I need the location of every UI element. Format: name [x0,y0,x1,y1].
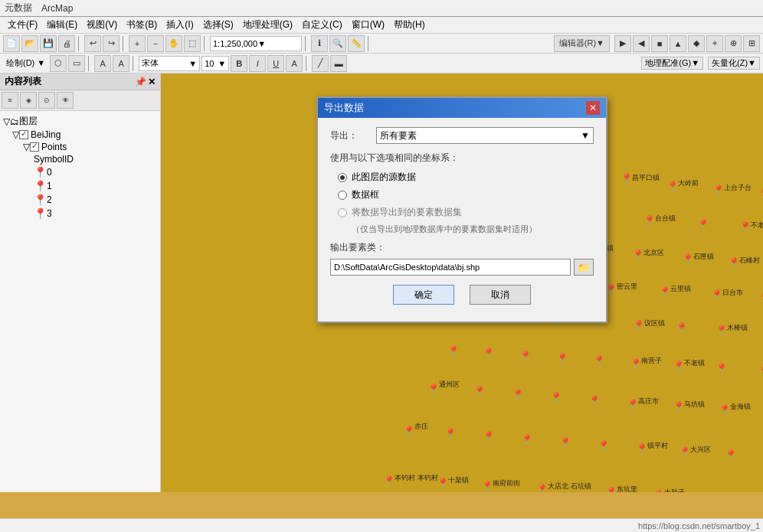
pan-btn[interactable]: ✋ [165,35,182,52]
export-row: 导出： 所有要素 ▼ [330,127,594,144]
draw-label: 绘制(D) ▼ [3,57,48,69]
bold-btn[interactable]: B [231,55,247,72]
line-color-btn[interactable]: ╱ [312,55,329,72]
new-btn[interactable]: 📄 [3,35,20,52]
toc-select-btn[interactable]: ◈ [20,92,37,109]
place-label: 议区镇 [644,318,665,328]
titlebar: 元数据 ArcMap [0,0,763,17]
draw-btn2[interactable]: ▭ [68,55,85,72]
vectorize-btn[interactable]: 矢量化(Z)▼ [708,57,760,70]
menu-item-v[interactable]: 视图(V) [82,17,122,33]
place-label: 南府前街 [493,478,520,488]
tb-extra7[interactable]: ⊕ [725,35,742,52]
map-pin: 📍 [512,389,524,400]
scale-box[interactable]: 1:1,250,000 ▼ [210,36,302,51]
place-label: 不老屯镇 [751,220,763,230]
undo-btn[interactable]: ↩ [84,35,101,52]
zoom-out-btn[interactable]: − [147,35,164,52]
coord-section-title: 使用与以下选项相同的坐标系： [330,152,594,165]
measure-btn[interactable]: 📏 [348,35,365,52]
output-path-input[interactable] [330,259,571,276]
place-label: 通州区 [439,380,460,390]
radio1-row[interactable]: 此图层的源数据 [330,171,594,184]
tb-extra6[interactable]: ⌖ [706,35,723,52]
menu-item-s[interactable]: 选择(S) [198,17,238,33]
toc-points[interactable]: ▽ Points [2,141,159,153]
sep7 [133,56,136,71]
font-selector[interactable]: 宋体 ▼ [139,56,200,71]
fill-color-btn[interactable]: ▬ [330,55,347,72]
pin-icon-3: 📍 [34,207,47,220]
menu-item-c[interactable]: 自定义(C) [297,17,347,33]
place-label: 不老镇 [684,358,705,368]
save-btn[interactable]: 💾 [40,35,57,52]
editor-btn[interactable]: 编辑器(R)▼ [554,35,610,52]
radio1-circle[interactable] [338,173,347,182]
dialog-buttons: 确定 取消 [330,276,594,312]
identify-btn[interactable]: ℹ [311,35,328,52]
redo-btn[interactable]: ↪ [103,35,120,52]
folder-browse-button[interactable]: 📁 [574,259,594,276]
font-color-btn2[interactable]: A [286,55,303,72]
tb-extra8[interactable]: ⊞ [743,35,760,52]
toc-vis-btn[interactable]: 👁 [57,92,74,109]
toc-sym-1-label: 1 [47,181,52,191]
full-extent-btn[interactable]: ⬚ [184,35,201,52]
dialog-body: 导出： 所有要素 ▼ 使用与以下选项相同的坐标系： 此图层的源数据 [318,118,606,321]
zoom-in-btn[interactable]: + [129,35,146,52]
place-label: 台台镇 [655,214,676,224]
place-label: 木棒镇 [727,323,748,333]
place-label: 发云里 [709,491,729,492]
open-btn[interactable]: 📂 [21,35,38,52]
draw-btn1[interactable]: ⬡ [50,55,67,72]
menu-item-h[interactable]: 帮助(H) [389,17,430,33]
toolbar-main: 📄 📂 💾 🖨 ↩ ↪ + − ✋ ⬚ 1:1,250,000 ▼ ℹ 🔍 📏 … [0,34,763,54]
tb-extra4[interactable]: ▲ [670,35,686,52]
cancel-button[interactable]: 取消 [470,285,531,305]
toc-symbolid-label: SymbolID [34,154,74,165]
italic-btn[interactable]: I [249,55,266,72]
menu-item-b[interactable]: 书签(B) [122,17,162,33]
menu-item-f[interactable]: 文件(F) [3,17,42,33]
geo-reg-btn[interactable]: 地理配准(G)▼ [641,57,703,70]
toc-list-btn[interactable]: ≡ [2,92,18,109]
toc-beijing[interactable]: ▽ BeiJing [2,129,159,141]
toc-beijing-check[interactable] [19,130,28,139]
sidebar-pin-icon[interactable]: 📌 [135,77,146,87]
print-btn[interactable]: 🖨 [58,35,75,52]
tb-extra1[interactable]: ▶ [614,35,631,52]
font-size-box[interactable]: 10 ▼ [201,56,229,71]
sep4 [305,36,308,51]
underline-btn[interactable]: U [267,55,284,72]
menu-item-g[interactable]: 地理处理(G) [238,17,297,33]
place-label: 石峰村 [739,256,760,266]
sidebar-close-icon[interactable]: ✕ [148,77,156,87]
toc-source-btn[interactable]: ⊙ [38,92,55,109]
map-pin: 📍 [676,322,688,334]
font-color-btn[interactable]: A [113,55,129,72]
pin-icon-1: 📍 [34,180,47,192]
toc-root-arrow: ▽ [3,116,10,127]
map-pin: 📍 [728,257,740,269]
confirm-button[interactable]: 确定 [393,285,454,305]
text-btn[interactable]: A [94,55,111,72]
tb-extra5[interactable]: ◆ [688,35,705,52]
place-label: 大店北 石坑镇 [548,481,591,491]
export-dropdown[interactable]: 所有要素 ▼ [376,127,594,144]
radio2-circle[interactable] [338,191,347,200]
toc-points-check[interactable] [30,142,39,152]
dialog-titlebar: 导出数据 ✕ [318,98,606,118]
radio2-row[interactable]: 数据框 [330,188,594,201]
map-pin: 📍 [758,292,763,304]
find-btn[interactable]: 🔍 [329,35,346,52]
sep6 [88,56,91,71]
menu-item-e[interactable]: 编辑(E) [42,17,82,33]
menu-item-i[interactable]: 插入(I) [162,17,198,33]
menubar: 文件(F)编辑(E)视图(V)书签(B)插入(I)选择(S)地理处理(G)自定义… [0,17,763,34]
dialog-close-button[interactable]: ✕ [586,101,600,115]
tb-extra3[interactable]: ■ [651,35,668,52]
tb-extra2[interactable]: ◀ [633,35,650,52]
menu-item-w[interactable]: 窗口(W) [347,17,389,33]
radio1-label: 此图层的源数据 [352,171,416,184]
toc-root[interactable]: ▽ 🗂 图层 [2,114,159,129]
